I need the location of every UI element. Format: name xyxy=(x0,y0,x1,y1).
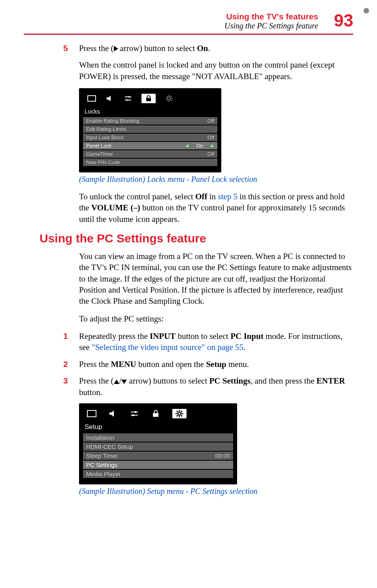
up-arrow-icon xyxy=(114,380,119,384)
setup-menu-illustration: Setup Installation HDMI-CEC Setup Sleep … xyxy=(79,403,237,484)
row-label: Edit Rating Limits xyxy=(86,126,126,132)
bold-on: On xyxy=(197,43,208,53)
svg-point-7 xyxy=(168,97,171,100)
row-value: 00:00 xyxy=(215,452,230,459)
locked-message-paragraph: When the control panel is locked and any… xyxy=(79,59,353,82)
menu-row: Media Player xyxy=(83,470,233,478)
down-arrow-icon xyxy=(121,380,127,384)
sliders-tab-icon xyxy=(130,410,139,417)
text: button to select xyxy=(175,331,230,341)
pc-intro-paragraph: You can view an image from a PC on the T… xyxy=(79,251,353,307)
right-arrow-icon: ▶ xyxy=(211,143,214,148)
corner-decoration xyxy=(364,8,369,13)
row-label: HDMI-CEC Setup xyxy=(86,443,133,450)
bold-setup: Setup xyxy=(206,359,226,369)
text: arrow) buttons to select xyxy=(127,376,209,386)
sound-tab-icon xyxy=(105,95,115,102)
svg-line-30 xyxy=(181,411,182,412)
illustration-caption: (Sample Illustration) Locks menu - Panel… xyxy=(79,175,353,184)
bold-input: INPUT xyxy=(150,331,175,341)
menu-row: Installation xyxy=(83,433,233,442)
svg-marker-1 xyxy=(107,96,111,101)
menu-row: GameTimerOff xyxy=(83,150,217,158)
setup-tab-icon xyxy=(172,409,187,418)
text: arrow) button to select xyxy=(118,43,197,53)
picture-tab-icon xyxy=(87,410,96,417)
text: Repeatedly press the xyxy=(79,331,150,341)
bold-enter: ENTER xyxy=(317,376,345,386)
row-label: Media Player xyxy=(86,471,121,477)
menu-title: Locks xyxy=(83,107,217,116)
video-source-link[interactable]: "Selecting the video input source" on pa… xyxy=(92,342,243,352)
step-body: Press the ( arrow) button to select On. xyxy=(79,43,353,54)
left-arrow-icon: ◀ xyxy=(185,143,188,148)
row-label: GameTimer xyxy=(86,151,113,157)
menu-row: New PIN Code xyxy=(83,159,217,166)
row-label: Installation xyxy=(86,434,115,441)
sound-tab-icon xyxy=(108,410,118,417)
page-container: Using the TV's features Using the PC Set… xyxy=(0,0,377,519)
row-label: PC Settings xyxy=(86,461,117,468)
text: Press the ( xyxy=(79,376,114,386)
svg-rect-16 xyxy=(87,410,96,417)
bold-pc-input: PC Input xyxy=(230,331,263,341)
menu-tab-bar xyxy=(83,92,217,107)
text: . xyxy=(243,342,245,352)
bold-volume: VOLUME (–) xyxy=(91,203,140,212)
sliders-tab-icon xyxy=(123,95,133,102)
row-value: Off xyxy=(207,118,214,124)
menu-row: Sleep Timer00:00 xyxy=(83,452,233,460)
text: button. xyxy=(79,388,102,397)
bold-menu: MENU xyxy=(111,359,136,369)
row-label: Panel Lock xyxy=(86,143,111,149)
header-text-block: Using the TV's features Using the PC Set… xyxy=(224,12,318,30)
svg-line-12 xyxy=(167,96,168,97)
step-body: Press the MENU button and open the Setup… xyxy=(79,359,353,370)
svg-line-14 xyxy=(171,96,172,97)
svg-line-15 xyxy=(167,100,168,101)
pc-step-2: 2 Press the MENU button and open the Set… xyxy=(63,359,353,370)
page-number: 93 xyxy=(334,12,353,29)
svg-marker-17 xyxy=(109,410,114,417)
setup-tab-icon xyxy=(164,95,174,102)
picture-tab-icon xyxy=(87,95,96,102)
svg-point-23 xyxy=(178,412,181,415)
svg-line-28 xyxy=(177,411,178,412)
pc-step-1: 1 Repeatedly press the INPUT button to s… xyxy=(63,331,353,353)
step-body: Repeatedly press the INPUT button to sel… xyxy=(79,331,353,353)
row-value: On xyxy=(196,143,203,149)
menu-row-selected: PC Settings xyxy=(83,461,233,469)
row-label: Sleep Timer xyxy=(86,452,118,459)
svg-point-21 xyxy=(132,414,134,416)
menu-row: Input Lock BlockOff xyxy=(83,134,217,141)
step-number: 3 xyxy=(63,375,79,398)
step-5: 5 Press the ( arrow) button to select On… xyxy=(63,43,353,54)
menu-row: Edit Rating Limits xyxy=(83,125,217,133)
menu-row: Enable Rating BlockingOff xyxy=(83,117,217,125)
text: button and open the xyxy=(136,359,206,369)
svg-point-5 xyxy=(126,99,128,101)
pc-step-3: 3 Press the (/ arrow) buttons to select … xyxy=(63,375,353,398)
section-heading: Using the PC Settings feature xyxy=(40,232,353,245)
page-header: Using the TV's features Using the PC Set… xyxy=(24,12,353,35)
right-arrow-icon xyxy=(114,46,118,51)
menu-row: HDMI-CEC Setup xyxy=(83,442,233,451)
text: Press the xyxy=(79,359,111,369)
text: Press the ( xyxy=(79,43,114,53)
pc-lead-paragraph: To adjust the PC settings: xyxy=(79,313,353,324)
row-label: New PIN Code xyxy=(86,159,120,165)
svg-point-4 xyxy=(128,96,130,98)
step-number: 5 xyxy=(63,43,79,54)
step5-link[interactable]: step 5 xyxy=(218,192,238,201)
row-label: Input Lock Block xyxy=(86,134,124,140)
row-value: Off xyxy=(207,151,214,157)
bold-off: Off xyxy=(195,192,207,201)
svg-line-31 xyxy=(177,415,178,416)
row-value: Off xyxy=(207,134,214,140)
section-subtitle: Using the PC Settings feature xyxy=(224,21,318,30)
step-number: 2 xyxy=(63,359,79,370)
lock-tab-icon xyxy=(141,94,156,103)
svg-line-29 xyxy=(181,415,182,416)
menu-title: Setup xyxy=(83,422,233,433)
svg-point-20 xyxy=(135,411,137,413)
